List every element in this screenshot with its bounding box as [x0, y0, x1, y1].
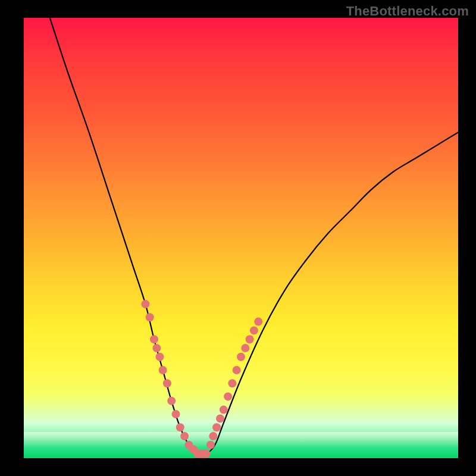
highlight-dot: [220, 406, 228, 414]
curve-path: [50, 18, 458, 455]
highlight-dot: [141, 300, 149, 308]
highlight-dot: [212, 423, 221, 431]
highlight-dot: [180, 432, 189, 440]
highlight-dot: [233, 366, 241, 374]
highlight-dot: [156, 353, 164, 361]
highlight-dot: [167, 397, 176, 405]
highlight-dot: [146, 313, 154, 321]
highlight-dot: [209, 432, 217, 440]
bottleneck-curve: [50, 18, 458, 455]
highlight-dot: [152, 344, 161, 352]
attribution-label: TheBottleneck.com: [346, 4, 469, 19]
highlight-dot: [254, 318, 262, 326]
highlight-dot: [216, 414, 224, 422]
highlight-dot: [176, 423, 184, 431]
highlight-dot: [172, 410, 180, 418]
highlight-dot: [246, 335, 254, 343]
highlight-dot: [250, 326, 258, 334]
plot-area: [24, 18, 458, 458]
highlight-dot: [228, 379, 236, 387]
highlighted-points: [141, 300, 262, 458]
highlight-dot: [150, 335, 158, 343]
highlight-dot: [224, 392, 232, 400]
chart-svg: [24, 18, 458, 458]
highlight-dot: [241, 344, 249, 352]
highlight-dot: [159, 366, 167, 374]
highlight-dot: [206, 441, 215, 449]
highlight-dot: [163, 379, 171, 387]
highlight-dot: [202, 450, 211, 458]
chart-frame: TheBottleneck.com: [0, 0, 476, 476]
highlight-dot: [237, 353, 245, 361]
